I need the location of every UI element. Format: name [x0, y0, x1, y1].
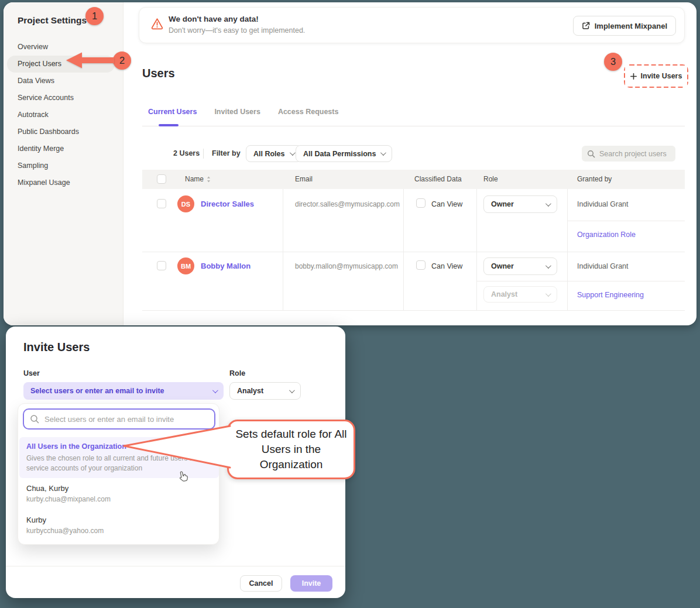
sidebar-item-identity-merge[interactable]: Identity Merge — [7, 140, 115, 157]
cancel-button[interactable]: Cancel — [240, 575, 282, 592]
sidebar-item-mixpanel-usage[interactable]: Mixpanel Usage — [7, 174, 115, 191]
sort-icon — [207, 176, 211, 183]
role-value: Analyst — [491, 290, 517, 298]
users-page-title: Users — [142, 67, 175, 80]
chevron-down-icon — [289, 387, 295, 393]
search-icon — [30, 414, 39, 424]
option-name: Chua, Kurby — [26, 484, 111, 493]
user-name-link[interactable]: Director Salles — [201, 200, 254, 208]
users-tabs: Current Users Invited Users Access Reque… — [148, 108, 338, 116]
step-badge-1: 1 — [85, 7, 104, 25]
users-table: Name Email Classified Data Role Granted … — [142, 170, 685, 313]
can-view-label: Can View — [431, 262, 462, 270]
name-header-label: Name — [185, 175, 204, 183]
role-select[interactable]: Owner — [483, 195, 557, 213]
table-header: Name Email Classified Data Role Granted … — [142, 170, 685, 189]
column-divider — [283, 189, 283, 310]
implement-mixpanel-label: Implement Mixpanel — [595, 22, 667, 30]
table-bottom-divider — [142, 310, 685, 311]
all-data-permissions-filter[interactable]: All Data Permissions — [296, 145, 392, 162]
sidebar-item-data-views[interactable]: Data Views — [7, 73, 115, 90]
search-project-users-input[interactable] — [599, 150, 670, 158]
column-divider — [403, 189, 404, 310]
row-checkbox[interactable] — [157, 199, 166, 208]
dropdown-search[interactable] — [23, 408, 215, 430]
column-header-email: Email — [295, 175, 313, 183]
granted-by-link[interactable]: Support Engineering — [577, 291, 644, 299]
banner-title: We don't have any data! — [169, 15, 259, 23]
sub-row-divider — [476, 281, 685, 281]
plus-icon — [630, 73, 637, 80]
implement-mixpanel-button[interactable]: Implement Mixpanel — [573, 16, 676, 36]
sidebar-item-autotrack[interactable]: Autotrack — [7, 107, 115, 123]
column-header-classified-data: Classified Data — [414, 175, 462, 183]
no-data-banner: We don't have any data! Don't worry—it's… — [139, 7, 685, 43]
role-select[interactable]: Owner — [483, 257, 557, 275]
avatar: DS — [177, 195, 194, 212]
granted-by-value: Individual Grant — [577, 200, 629, 208]
callout-bubble: Sets default role for All Users in the O… — [227, 420, 355, 479]
option-all-users-in-organization[interactable]: All Users in the Organization Gives the … — [19, 437, 219, 478]
option-kurby[interactable]: Kurby kurbycchua@yahoo.com — [26, 516, 104, 535]
sub-row-divider — [567, 221, 685, 221]
column-divider — [567, 189, 568, 310]
granted-by-value: Individual Grant — [577, 262, 629, 270]
banner-subtitle: Don't worry—it's easy to get implemented… — [169, 26, 305, 35]
user-count: 2 Users — [173, 149, 200, 157]
select-all-checkbox[interactable] — [157, 174, 166, 184]
filter-by-label: Filter by — [212, 149, 241, 157]
user-email: director.salles@mymusicapp.com — [295, 200, 400, 208]
option-chua-kurby[interactable]: Chua, Kurby kurby.chua@mixpanel.com — [26, 484, 111, 503]
column-header-name[interactable]: Name — [185, 175, 211, 183]
search-icon — [587, 150, 595, 158]
role-value: Owner — [491, 262, 514, 270]
sidebar-item-public-dashboards[interactable]: Public Dashboards — [7, 123, 115, 140]
granted-by-link[interactable]: Organization Role — [577, 231, 636, 239]
user-email: bobby.mallon@mymusicapp.com — [295, 262, 398, 270]
chevron-down-icon — [212, 387, 218, 393]
role-select-value: Analyst — [237, 387, 263, 395]
option-email: kurbycchua@yahoo.com — [26, 527, 104, 535]
option-name: Kurby — [26, 516, 104, 524]
user-select[interactable]: Select users or enter an email to invite — [23, 382, 224, 400]
sidebar-title: Project Settings — [18, 15, 87, 26]
tab-current-users[interactable]: Current Users — [148, 108, 197, 116]
warning-triangle-icon — [150, 17, 164, 30]
column-header-granted-by: Granted by — [577, 175, 612, 183]
step-badge-2: 2 — [113, 51, 131, 70]
chevron-down-icon — [545, 263, 551, 269]
row-divider — [142, 252, 685, 252]
sidebar-item-sampling[interactable]: Sampling — [7, 157, 115, 174]
tabs-divider — [142, 126, 685, 126]
user-select-dropdown: All Users in the Organization Gives the … — [18, 403, 219, 545]
active-tab-underline — [159, 124, 179, 126]
sidebar-item-service-accounts[interactable]: Service Accounts — [7, 90, 115, 107]
tab-invited-users[interactable]: Invited Users — [214, 108, 260, 116]
annotation-arrow — [65, 50, 115, 70]
role-select[interactable]: Analyst — [229, 382, 301, 400]
filter-separator — [203, 149, 204, 159]
external-link-icon — [582, 22, 590, 30]
chevron-down-icon — [380, 150, 386, 156]
option-email: kurby.chua@mixpanel.com — [26, 495, 111, 503]
column-divider — [476, 189, 477, 310]
all-roles-filter[interactable]: All Roles — [246, 145, 301, 162]
can-view-checkbox[interactable] — [416, 260, 426, 270]
dropdown-search-input[interactable] — [44, 415, 208, 424]
invite-button[interactable]: Invite — [290, 575, 332, 592]
tab-access-requests[interactable]: Access Requests — [278, 108, 339, 116]
can-view-checkbox[interactable] — [416, 198, 426, 208]
user-name-link[interactable]: Bobby Mallon — [201, 262, 251, 270]
option-name: All Users in the Organization — [26, 442, 212, 451]
modal-footer-divider — [6, 566, 345, 566]
search-project-users[interactable] — [582, 146, 675, 162]
pointer-cursor-icon — [176, 469, 190, 483]
user-field-label: User — [23, 369, 40, 377]
chevron-down-icon — [545, 201, 551, 207]
filter-row: 2 Users Filter by All Roles All Data Per… — [142, 145, 685, 162]
invite-users-button[interactable]: Invite Users — [625, 66, 687, 87]
modal-title: Invite Users — [23, 341, 90, 354]
row-checkbox[interactable] — [157, 261, 166, 270]
user-select-value: Select users or enter an email to invite — [30, 387, 164, 395]
role-select-disabled: Analyst — [483, 286, 557, 303]
